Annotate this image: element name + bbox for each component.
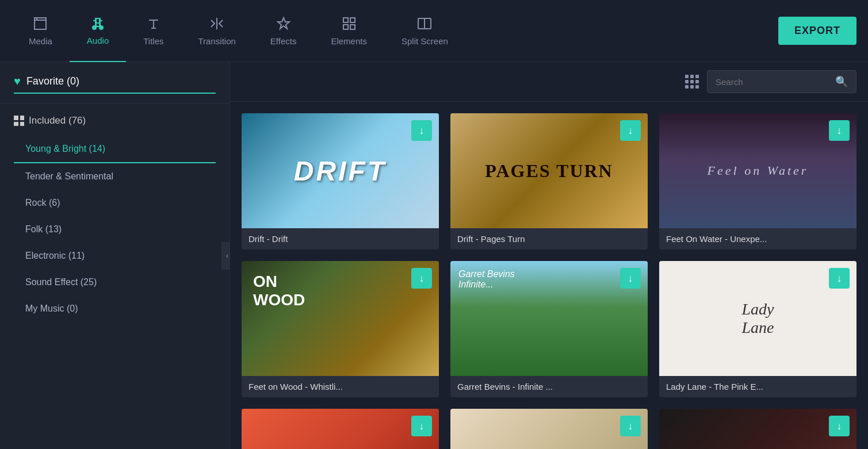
heart-icon: ♥: [14, 75, 21, 88]
nav-label-audio: Audio: [87, 36, 109, 45]
nav-item-titles[interactable]: Titles: [126, 0, 181, 62]
nav-label-titles: Titles: [143, 36, 163, 46]
nav-item-elements[interactable]: Elements: [313, 0, 384, 62]
grid-view-icon[interactable]: [685, 75, 699, 89]
export-button[interactable]: EXPORT: [778, 17, 856, 45]
download-button-bottom2[interactable]: ↓: [620, 416, 641, 436]
music-card-drift-pages-turn[interactable]: PAGES TURN ↓ Drift - Pages Turn: [450, 113, 648, 250]
music-card-bottom3[interactable]: COME BACK ↓: [659, 409, 856, 449]
svg-rect-7: [350, 25, 355, 29]
music-card-garret-bevins[interactable]: Garret BevinsInfinite... ↓ Garret Bevins…: [450, 261, 648, 397]
nav-item-effects[interactable]: Effects: [253, 0, 314, 62]
music-card-drift-drift[interactable]: DRIFT ↓ Drift - Drift: [242, 113, 439, 250]
music-title-lady-lane: Lady Lane - The Pink E...: [659, 376, 856, 397]
music-title-feet-on-wood: Feet on Wood - Whistli...: [242, 376, 439, 397]
nav-items: Media Audio Titles Transition: [12, 0, 778, 62]
download-button-drift-pages-turn[interactable]: ↓: [620, 120, 641, 141]
nav-item-transition[interactable]: Transition: [181, 0, 253, 62]
music-thumb-drift-drift: DRIFT ↓: [242, 113, 439, 228]
svg-rect-5: [350, 18, 355, 22]
music-thumb-bottom1: ↓: [242, 409, 439, 449]
nav-label-elements: Elements: [331, 36, 367, 46]
thumb-text: LadyLane: [742, 300, 774, 337]
top-nav: Media Audio Titles Transition: [0, 0, 868, 62]
thumb-text: Garret BevinsInfinite...: [458, 269, 515, 290]
favorite-text: Favorite (0): [26, 75, 79, 87]
music-title-feet-on-water: Feet On Water - Unexpe...: [659, 228, 856, 250]
nav-label-transition: Transition: [198, 36, 236, 46]
music-thumb-feet-on-water: Feel on Water ↓: [659, 113, 856, 228]
svg-marker-3: [278, 18, 289, 29]
download-button-garret-bevins[interactable]: ↓: [620, 268, 641, 289]
music-thumb-bottom3: COME BACK ↓: [659, 409, 856, 449]
music-card-bottom2[interactable]: Little Man's ↓: [450, 409, 648, 449]
sidebar-item-sound-effect[interactable]: Sound Effect (25): [14, 269, 216, 296]
included-section: Included (76) Young & Bright (14) Tender…: [0, 103, 230, 328]
thumb-text: ONWOOD: [253, 273, 305, 309]
category-list: Young & Bright (14) Tender & Sentimental…: [14, 136, 216, 322]
music-thumb-drift-pages-turn: PAGES TURN ↓: [450, 113, 648, 228]
sidebar: ♥ Favorite (0) Included (76) Young & Bri…: [0, 62, 230, 449]
thumb-text: Feel on Water: [708, 163, 809, 178]
music-title-drift-pages-turn: Drift - Pages Turn: [450, 228, 648, 250]
music-card-feet-on-water[interactable]: Feel on Water ↓ Feet On Water - Unexpe..…: [659, 113, 856, 250]
nav-item-audio[interactable]: Audio: [70, 0, 126, 62]
sidebar-favorite-section: ♥ Favorite (0): [0, 62, 230, 103]
nav-item-split-screen[interactable]: Split Screen: [384, 0, 465, 62]
music-thumb-feet-on-wood: ONWOOD ↓: [242, 261, 439, 376]
included-text: Included (76): [29, 115, 86, 126]
nav-label-effects: Effects: [270, 36, 297, 46]
music-thumb-lady-lane: LadyLane ↓: [659, 261, 856, 376]
music-title-garret-bevins: Garret Bevins - Infinite ...: [450, 376, 648, 397]
download-button-bottom1[interactable]: ↓: [411, 416, 432, 436]
sidebar-item-my-music[interactable]: My Music (0): [14, 296, 216, 322]
thumb-text: DRIFT: [294, 155, 387, 187]
sidebar-item-tender-sentimental[interactable]: Tender & Sentimental: [14, 163, 216, 190]
main-layout: ♥ Favorite (0) Included (76) Young & Bri…: [0, 62, 868, 449]
download-button-drift-drift[interactable]: ↓: [411, 120, 432, 141]
music-grid: DRIFT ↓ Drift - Drift PAGES TURN ↓ Drift…: [230, 102, 868, 449]
search-icon: 🔍: [835, 75, 848, 88]
svg-rect-4: [343, 18, 348, 22]
content-header: 🔍: [230, 62, 868, 102]
search-box[interactable]: 🔍: [707, 70, 856, 93]
download-button-feet-on-water[interactable]: ↓: [829, 120, 850, 141]
music-card-feet-on-wood[interactable]: ONWOOD ↓ Feet on Wood - Whistli...: [242, 261, 439, 397]
music-card-lady-lane[interactable]: LadyLane ↓ Lady Lane - The Pink E...: [659, 261, 856, 397]
nav-label-media: Media: [29, 36, 52, 46]
sidebar-item-young-bright[interactable]: Young & Bright (14): [14, 136, 216, 163]
thumb-text: PAGES TURN: [485, 160, 613, 182]
included-label[interactable]: Included (76): [14, 115, 216, 126]
download-button-bottom3[interactable]: ↓: [829, 416, 850, 436]
music-thumb-bottom2: Little Man's ↓: [450, 409, 648, 449]
grid-icon: [14, 116, 24, 126]
sidebar-item-electronic[interactable]: Electronic (11): [14, 243, 216, 269]
content-area: 🔍 DRIFT ↓ Drift - Drift PAGES TURN ↓ Dri…: [230, 62, 868, 449]
nav-label-split-screen: Split Screen: [402, 36, 448, 46]
svg-rect-6: [343, 25, 348, 29]
music-title-drift-drift: Drift - Drift: [242, 228, 439, 250]
download-button-feet-on-wood[interactable]: ↓: [411, 268, 432, 289]
music-card-bottom1[interactable]: ↓: [242, 409, 439, 449]
download-button-lady-lane[interactable]: ↓: [829, 268, 850, 289]
nav-item-media[interactable]: Media: [12, 0, 70, 62]
sidebar-item-folk[interactable]: Folk (13): [14, 216, 216, 243]
favorite-label[interactable]: ♥ Favorite (0): [14, 75, 216, 94]
search-input[interactable]: [716, 77, 831, 87]
sidebar-item-rock[interactable]: Rock (6): [14, 190, 216, 216]
music-thumb-garret-bevins: Garret BevinsInfinite... ↓: [450, 261, 648, 376]
sidebar-collapse-button[interactable]: ‹: [221, 242, 230, 270]
